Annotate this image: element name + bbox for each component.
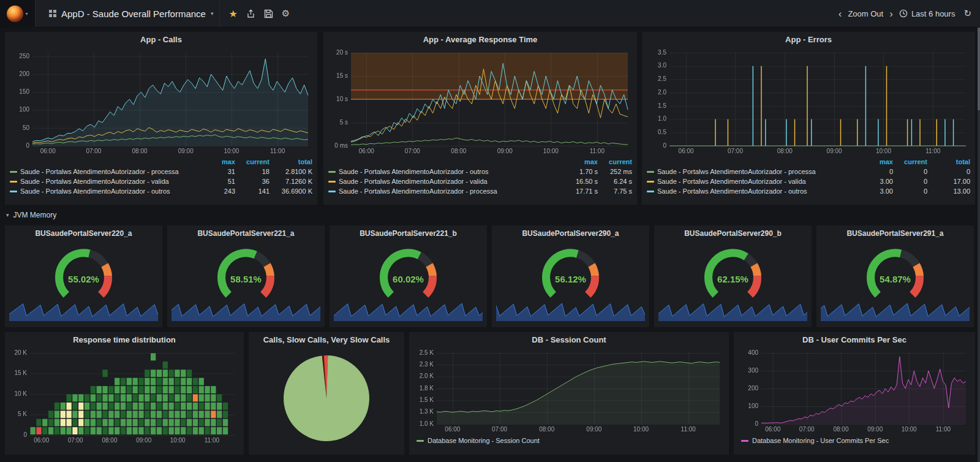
series-name: Saude - Portalws AtendimentoAutorizador … <box>657 167 816 176</box>
panel-title[interactable]: DB - Session Count <box>409 332 729 348</box>
response-distribution-heatmap[interactable] <box>9 348 239 446</box>
series-total: 0 <box>927 167 970 176</box>
app-response-chart[interactable] <box>328 48 633 157</box>
db-session-chart[interactable] <box>413 348 725 435</box>
panel-title[interactable]: App - Calls <box>5 32 317 48</box>
series-name: Saude - Portalws AtendimentoAutorizador … <box>20 167 179 176</box>
db-commits-chart[interactable] <box>738 348 971 435</box>
series-max: 0 <box>865 167 893 176</box>
series-max: 16.50 s <box>564 176 598 186</box>
share-icon[interactable] <box>246 9 255 18</box>
panel-title[interactable]: DB - User Commits Per Sec <box>734 332 975 348</box>
legend-row: Saude - Portalws AtendimentoAutorizador … <box>647 176 970 186</box>
series-current: 252 ms <box>598 167 632 176</box>
panel-title[interactable]: BUSaudePortalServer221_a <box>167 225 325 241</box>
jvm-gauge[interactable] <box>5 241 162 301</box>
panel-title[interactable]: BUSaudePortalServer290_a <box>492 225 649 241</box>
scrollbar[interactable] <box>978 0 980 462</box>
legend-row: Saude - Portalws AtendimentoAutorizador … <box>328 176 632 186</box>
star-icon[interactable]: ★ <box>228 8 237 20</box>
jvm-gauge[interactable] <box>330 241 487 301</box>
settings-gear-icon[interactable]: ⚙ <box>282 8 290 19</box>
legend-col-max: max <box>865 157 893 167</box>
panel-title[interactable]: BUSaudePortalServer221_b <box>330 225 487 241</box>
panel-title[interactable]: BUSaudePortalServer290_b <box>654 225 812 241</box>
panel-title[interactable]: App - Errors <box>642 32 975 48</box>
panel-title[interactable]: BUSaudePortalServer291_a <box>816 225 974 241</box>
series-swatch-icon <box>328 191 336 192</box>
series-toggle[interactable]: Saude - Portalws AtendimentoAutorizador … <box>328 167 564 176</box>
panel-gauge-server291a: BUSaudePortalServer291_a <box>816 225 974 327</box>
series-max: 243 <box>207 186 235 196</box>
legend-col-total: total <box>927 157 970 167</box>
app-errors-chart[interactable] <box>646 48 971 157</box>
panel-title[interactable]: Response time distribution <box>5 332 244 348</box>
series-total: 13.00 <box>927 186 970 196</box>
series-name: Saude - Portalws AtendimentoAutorizador … <box>339 167 489 176</box>
series-name: Saude - Portalws AtendimentoAutorizador … <box>20 186 170 196</box>
panel-title[interactable]: App - Average Response Time <box>323 32 637 48</box>
series-toggle[interactable]: Saude - Portalws AtendimentoAutorizador … <box>647 186 865 196</box>
series-toggle[interactable]: Saude - Portalws AtendimentoAutorizador … <box>10 167 207 176</box>
pan-right-chevron-icon[interactable]: › <box>889 9 893 19</box>
series-max: 3.00 <box>865 186 893 196</box>
series-name[interactable]: Database Monitoring - User Commits Per S… <box>752 437 889 444</box>
calls-pie-chart[interactable] <box>253 348 400 446</box>
grafana-logo-button[interactable]: ▾ <box>0 0 36 28</box>
panel-title[interactable]: Calls, Slow Calls, Very Slow Calls <box>249 332 404 348</box>
jvm-gauge[interactable] <box>654 241 812 301</box>
clock-icon <box>899 9 908 18</box>
jvm-gauge[interactable] <box>492 241 649 301</box>
series-total: 7.1260 K <box>270 176 312 186</box>
series-current: 18 <box>235 167 270 176</box>
legend-col-max: max <box>564 157 598 167</box>
series-max: 1.70 s <box>564 167 598 176</box>
panel-response-distribution: Response time distribution <box>5 332 244 455</box>
series-toggle[interactable]: Saude - Portalws AtendimentoAutorizador … <box>647 167 865 176</box>
dashboard-picker[interactable]: AppD - Saude Overall Performance ▾ <box>43 0 220 28</box>
time-range-label: Last 6 hours <box>911 9 956 18</box>
panel-db-user-commits: DB - User Commits Per Sec Database Monit… <box>734 332 975 455</box>
app-errors-legend: max current total Saude - Portalws Atend… <box>642 157 975 196</box>
legend-row: Saude - Portalws AtendimentoAutorizador … <box>647 167 970 176</box>
series-swatch-icon <box>647 191 654 192</box>
chevron-down-icon: ▾ <box>25 11 28 17</box>
series-toggle[interactable]: Saude - Portalws AtendimentoAutorizador … <box>328 176 564 186</box>
save-icon[interactable] <box>264 9 273 18</box>
series-current: 0 <box>893 167 927 176</box>
series-toggle[interactable]: Saude - Portalws AtendimentoAutorizador … <box>10 176 207 186</box>
series-current: 6.24 s <box>598 176 632 186</box>
panel-gauge-server221b: BUSaudePortalServer221_b <box>330 225 487 327</box>
panel-gauge-server290a: BUSaudePortalServer290_a <box>492 225 649 327</box>
legend-row: Saude - Portalws AtendimentoAutorizador … <box>328 186 632 196</box>
app-response-legend: max current Saude - Portalws Atendimento… <box>323 157 637 196</box>
pan-left-chevron-icon[interactable]: ‹ <box>839 9 842 19</box>
navbar: ▾ AppD - Saude Overall Performance ▾ ★ ⚙… <box>0 0 980 28</box>
legend-row: Saude - Portalws AtendimentoAutorizador … <box>10 167 312 176</box>
series-name: Saude - Portalws AtendimentoAutorizador … <box>657 176 806 186</box>
series-current: 141 <box>235 186 270 196</box>
series-toggle[interactable]: Saude - Portalws AtendimentoAutorizador … <box>647 176 865 186</box>
zoom-out-button[interactable]: Zoom Out <box>848 9 883 18</box>
db-session-legend: Database Monitoring - Session Count <box>409 435 729 446</box>
panel-calls-pie: Calls, Slow Calls, Very Slow Calls <box>249 332 404 455</box>
jvm-gauge[interactable] <box>167 241 325 301</box>
series-name: Saude - Portalws AtendimentoAutorizador … <box>339 176 488 186</box>
app-calls-chart[interactable] <box>9 48 313 157</box>
series-name[interactable]: Database Monitoring - Session Count <box>428 437 540 444</box>
series-max: 51 <box>207 176 235 186</box>
row-header-jvm-memory[interactable]: ▾ JVM Memory <box>6 210 56 221</box>
panel-title[interactable]: BUSaudePortalServer220_a <box>5 225 162 241</box>
series-total: 2.8100 K <box>270 167 312 176</box>
jvm-gauge[interactable] <box>816 241 974 301</box>
refresh-icon[interactable]: ↻ <box>963 8 971 19</box>
panel-db-session-count: DB - Session Count Database Monitoring -… <box>409 332 729 455</box>
dashboard-grid-icon <box>49 10 56 17</box>
dashboard-title: AppD - Saude Overall Performance <box>61 9 206 19</box>
series-swatch-icon <box>647 171 654 173</box>
panel-gauge-server221a: BUSaudePortalServer221_a <box>167 225 325 327</box>
time-range-button[interactable]: Last 6 hours <box>899 9 956 18</box>
series-total: 36.6900 K <box>270 186 312 196</box>
series-toggle[interactable]: Saude - Portalws AtendimentoAutorizador … <box>328 186 564 196</box>
series-toggle[interactable]: Saude - Portalws AtendimentoAutorizador … <box>10 186 207 196</box>
